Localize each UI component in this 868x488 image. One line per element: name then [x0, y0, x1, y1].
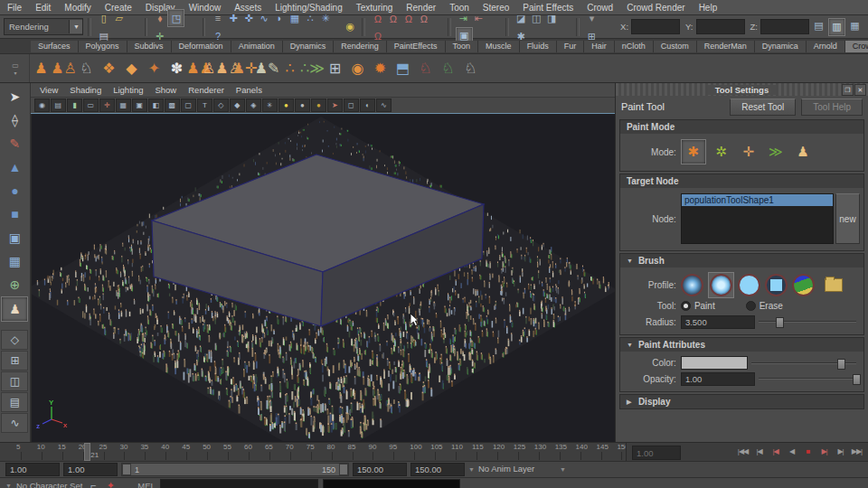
two-d-pan-zoom-icon[interactable]: ✛ [99, 99, 115, 112]
character-maker-icon[interactable]: ♟ [30, 57, 52, 80]
walker-export-icon[interactable]: ♘ [414, 57, 437, 80]
image-brush-profile[interactable] [792, 274, 815, 296]
population-crowd-icon[interactable]: ♙♟♙ [211, 57, 233, 80]
browse-brush-folder-icon[interactable] [825, 278, 843, 292]
place-particles-mode-button[interactable]: ✱ [681, 139, 706, 164]
panel-menu-item[interactable]: Shading [70, 85, 101, 95]
range-end-handle[interactable] [339, 464, 348, 475]
playback-start-field[interactable]: 1.00 [63, 463, 118, 476]
paint-select-tool-icon[interactable]: ✎ [2, 132, 27, 155]
node-list[interactable]: populationToolShape1 [681, 193, 834, 244]
output-connections-icon[interactable]: ⇤ [471, 10, 486, 26]
shaded-icon[interactable]: ◆ [230, 99, 245, 112]
select-object-icon[interactable]: ◳ [167, 9, 184, 27]
shelf-tab[interactable]: Fluids [520, 41, 557, 52]
gauge-icon[interactable]: ◉ [346, 57, 369, 80]
step-forward-key-button[interactable]: ▶| [816, 445, 832, 458]
shelf-tab[interactable]: Crowd [845, 41, 868, 52]
textured-icon[interactable]: ◈ [246, 99, 261, 112]
camera-attributes-icon[interactable]: ▤ [51, 99, 66, 112]
divider[interactable] [362, 18, 365, 36]
scene-view[interactable] [31, 114, 615, 442]
input-connections-icon[interactable]: ⇥ [456, 10, 471, 26]
menu-item[interactable]: Edit [35, 3, 51, 13]
z-input[interactable] [760, 19, 809, 34]
bird-flock-icon[interactable]: ✽ [165, 57, 188, 80]
divider[interactable] [145, 18, 148, 36]
snap-to-plane-icon[interactable]: Ω [416, 11, 431, 27]
rotate-tool-icon[interactable]: ● [2, 179, 27, 202]
divider[interactable] [505, 18, 509, 36]
panel-menu-item[interactable]: Renderer [188, 85, 224, 95]
radius-input[interactable]: 3.500 [681, 315, 755, 329]
tool-help-button[interactable]: Tool Help [801, 99, 863, 116]
panel-graph-icon[interactable]: ∿ [376, 99, 392, 112]
go-to-end-button[interactable]: ▶▶| [849, 445, 864, 458]
brush-section-header[interactable]: ▼ Brush [619, 253, 864, 267]
select-dynamics-icon[interactable]: ∴ [302, 11, 317, 27]
divider[interactable] [448, 18, 451, 36]
y-input[interactable] [696, 19, 745, 34]
close-icon[interactable]: ✕ [854, 84, 866, 96]
gate-mask-icon[interactable]: ◧ [148, 99, 164, 112]
vortex-icon[interactable]: ✹ [369, 57, 392, 80]
shelf-tab[interactable]: Toon [446, 41, 479, 52]
attribute-editor-toggle-icon[interactable]: ▦ [847, 18, 863, 34]
chevron-down-icon[interactable]: ▼ [560, 466, 566, 473]
opacity-slider[interactable] [759, 373, 856, 384]
color-slider[interactable] [751, 358, 856, 369]
step-back-key-button[interactable]: |◀ [768, 445, 783, 458]
auto-keyframe-icon[interactable]: ✦ [104, 477, 117, 488]
divider[interactable] [203, 18, 206, 36]
shelf-tab[interactable]: Polygons [79, 41, 127, 52]
menu-item[interactable]: Crowd Render [627, 3, 684, 13]
safe-action-icon[interactable]: ▢ [181, 99, 196, 112]
step-back-frame-button[interactable]: |◀ [751, 445, 767, 458]
chevron-down-icon[interactable]: ▼ [468, 466, 475, 473]
shelf-tab[interactable]: Dynamics [283, 41, 335, 52]
chevron-down-icon[interactable]: ▼ [69, 20, 82, 33]
panel-menu-item[interactable]: View [40, 85, 58, 95]
new-scene-icon[interactable]: ▯ [96, 11, 111, 27]
range-slider[interactable]: 1 150 [121, 463, 349, 476]
image-plane-icon[interactable]: ▭ [83, 99, 99, 112]
menu-item[interactable]: Modify [64, 3, 90, 13]
divider[interactable] [576, 18, 580, 36]
simulate-walk-mode-button[interactable]: ♟ [791, 140, 815, 164]
use-all-lights-icon[interactable]: ✳ [262, 99, 278, 112]
population-paint-icon[interactable]: ♟✎ [256, 57, 278, 80]
particles-orient-icon[interactable]: ∴≫ [301, 57, 324, 80]
lock-selection-icon[interactable]: ◉ [343, 19, 357, 35]
panel-menu-item[interactable]: Panels [236, 85, 262, 95]
motion-clip-icon[interactable]: ♘ [75, 57, 98, 80]
select-joints-icon[interactable]: ✜ [241, 11, 256, 27]
ipr-render-icon[interactable]: ◨ [544, 11, 560, 27]
channel-box-toggle-icon[interactable]: ▤ [811, 18, 826, 34]
crowd-scene-canvas[interactable] [32, 114, 615, 441]
shelf-menu-icon[interactable]: ▭▾ [2, 54, 30, 82]
tool-settings-toggle-icon[interactable]: ▥ [828, 18, 845, 36]
x-input[interactable] [631, 19, 680, 34]
shelf-tab[interactable]: Dynamica [755, 41, 807, 52]
simulation-cache-icon[interactable]: ⊞ [324, 57, 346, 80]
panel-menu-item[interactable]: Show [155, 85, 176, 95]
mask-menu-icon[interactable]: ≡ [210, 10, 225, 26]
flat-lighting-icon[interactable]: ● [295, 99, 310, 112]
soft-brush-profile[interactable] [708, 272, 734, 298]
shelf-tab[interactable]: Fur [557, 41, 585, 52]
select-camera-icon[interactable]: ◉ [34, 99, 50, 112]
animation-end-field[interactable]: 150.00 [410, 463, 465, 476]
color-swatch[interactable] [681, 356, 748, 370]
panel-menu-item[interactable]: Lighting [113, 85, 143, 95]
shelf-tab[interactable]: Muscle [478, 41, 520, 52]
playback-end-field[interactable]: 150.00 [353, 463, 407, 476]
hypergraph-layout-button[interactable]: ∿ [1, 413, 28, 433]
select-rendering-icon[interactable]: ✳ [317, 11, 333, 27]
film-gate-icon[interactable]: ▦ [116, 99, 131, 112]
character-set-menu-icon[interactable]: ⌐ [87, 477, 99, 488]
safe-title-icon[interactable]: T [197, 99, 212, 112]
solid-brush-profile[interactable] [738, 274, 760, 296]
paint-mode-section-header[interactable]: Paint Mode [619, 119, 864, 134]
chevron-down-icon[interactable]: ▼ [5, 483, 12, 488]
menu-item[interactable]: File [7, 3, 22, 13]
